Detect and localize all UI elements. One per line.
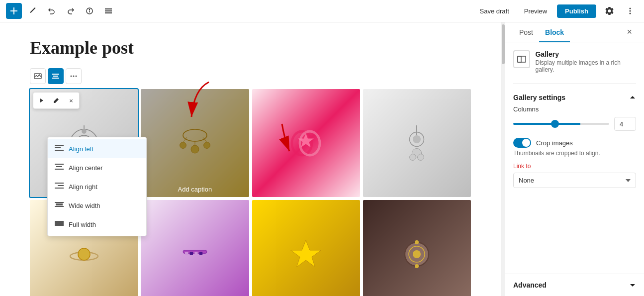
align-left-item[interactable]: Align left xyxy=(48,139,146,158)
gallery-item-6[interactable] xyxy=(141,200,249,296)
align-right-item[interactable]: Align right xyxy=(48,177,146,196)
img-edit-button[interactable] xyxy=(49,94,63,107)
block-more-button[interactable] xyxy=(66,68,82,84)
svg-point-49 xyxy=(415,240,419,244)
jewelry-icon-3 xyxy=(286,123,326,163)
publish-button[interactable]: Publish xyxy=(557,4,596,18)
columns-slider-row: 4 xyxy=(513,117,636,131)
columns-label: Columns xyxy=(513,105,636,113)
svg-rect-59 xyxy=(58,185,64,186)
scrollbar-thumb[interactable] xyxy=(502,24,505,64)
svg-rect-61 xyxy=(55,202,64,203)
svg-point-7 xyxy=(630,10,631,12)
full-width-icon xyxy=(55,219,64,230)
full-width-item[interactable]: Full width xyxy=(48,215,146,234)
jewelry-icon-8 xyxy=(397,234,437,274)
advanced-title: Advanced xyxy=(513,281,547,289)
list-view-button[interactable] xyxy=(100,3,116,19)
crop-images-desc: Thumbnails are cropped to align. xyxy=(513,150,636,157)
preview-button[interactable]: Preview xyxy=(519,4,552,18)
save-draft-button[interactable]: Save draft xyxy=(475,4,514,18)
jewelry-icon-7 xyxy=(286,234,326,274)
svg-rect-4 xyxy=(105,10,112,11)
edit-mode-button[interactable] xyxy=(25,3,41,19)
columns-input[interactable]: 4 xyxy=(614,117,636,131)
info-button[interactable] xyxy=(82,3,97,19)
img-prev-button[interactable] xyxy=(34,94,48,107)
svg-point-16 xyxy=(76,76,77,77)
svg-point-15 xyxy=(73,76,75,77)
align-center-item[interactable]: Align center xyxy=(48,158,146,177)
align-center-label: Align center xyxy=(69,164,103,172)
svg-rect-55 xyxy=(55,164,64,165)
svg-rect-57 xyxy=(55,169,64,170)
svg-marker-45 xyxy=(291,240,321,267)
tab-post[interactable]: Post xyxy=(513,22,539,42)
block-toolbar xyxy=(30,68,471,84)
img-remove-button[interactable]: × xyxy=(64,94,78,107)
svg-rect-11 xyxy=(52,74,59,75)
advanced-header[interactable]: Advanced xyxy=(505,274,644,296)
link-to-select[interactable]: None Media File Attachment Page xyxy=(513,173,636,188)
gallery-icon xyxy=(517,54,527,64)
block-align-button[interactable] xyxy=(48,68,64,84)
add-block-button[interactable] xyxy=(6,3,22,19)
svg-rect-66 xyxy=(518,56,521,62)
svg-rect-5 xyxy=(105,12,112,13)
post-title[interactable]: Example post xyxy=(30,37,471,58)
svg-rect-63 xyxy=(56,203,63,205)
svg-rect-65 xyxy=(518,56,526,62)
gallery-item-4[interactable] xyxy=(363,89,471,197)
crop-images-row: Crop images xyxy=(513,138,636,148)
section-divider-1 xyxy=(513,83,636,84)
block-image-button[interactable] xyxy=(30,68,46,84)
more-options-button[interactable] xyxy=(622,3,638,19)
topbar-left xyxy=(6,3,116,19)
block-description: Display multiple images in a rich galler… xyxy=(535,59,636,73)
item-overlay-2: Add caption xyxy=(141,89,249,197)
img-item-toolbar: × xyxy=(33,92,80,109)
advanced-expand-icon xyxy=(629,282,636,289)
svg-point-10 xyxy=(36,75,37,76)
editor-area[interactable]: Example post xyxy=(0,22,501,296)
toggle-thumb xyxy=(522,139,530,147)
gallery-item-3[interactable] xyxy=(252,89,360,197)
redo-button[interactable] xyxy=(63,3,79,19)
svg-rect-64 xyxy=(55,221,64,226)
svg-rect-53 xyxy=(55,147,61,148)
link-to-label: Link to xyxy=(513,163,636,170)
wide-width-label: Wide width xyxy=(69,202,100,209)
svg-rect-62 xyxy=(55,206,64,207)
svg-rect-52 xyxy=(55,145,64,146)
svg-point-37 xyxy=(410,154,416,160)
right-panel: Post Block × Gallery Display multiple im… xyxy=(505,22,644,296)
scrollbar-track[interactable] xyxy=(501,22,505,296)
align-right-icon xyxy=(55,181,64,192)
align-right-label: Align right xyxy=(69,183,97,191)
add-caption-label[interactable]: Add caption xyxy=(178,186,212,193)
svg-rect-43 xyxy=(194,252,197,255)
alignment-dropdown: Align left Align center Align right Wide… xyxy=(47,137,147,236)
svg-rect-42 xyxy=(189,252,192,255)
columns-slider[interactable] xyxy=(513,123,609,125)
panel-close-button[interactable]: × xyxy=(623,22,636,42)
svg-point-6 xyxy=(630,8,631,9)
settings-button[interactable] xyxy=(601,3,617,19)
gallery-item-7[interactable] xyxy=(252,200,360,296)
svg-rect-12 xyxy=(53,76,58,77)
gallery-settings-header[interactable]: Gallery settings xyxy=(513,90,636,105)
tab-block[interactable]: Block xyxy=(539,22,570,42)
undo-button[interactable] xyxy=(44,3,60,19)
svg-point-8 xyxy=(630,13,631,14)
svg-point-50 xyxy=(415,264,419,268)
align-left-icon xyxy=(55,143,64,154)
gallery-item-2[interactable]: Add caption xyxy=(141,89,249,197)
crop-images-toggle[interactable] xyxy=(513,138,531,148)
align-center-icon xyxy=(55,162,64,173)
gallery-settings-collapse-icon xyxy=(629,94,636,101)
wide-width-icon xyxy=(55,200,64,211)
gallery-item-8[interactable] xyxy=(363,200,471,296)
advanced-section: Advanced xyxy=(505,274,644,296)
panel-tabs: Post Block × xyxy=(505,22,644,42)
wide-width-item[interactable]: Wide width xyxy=(48,196,146,215)
